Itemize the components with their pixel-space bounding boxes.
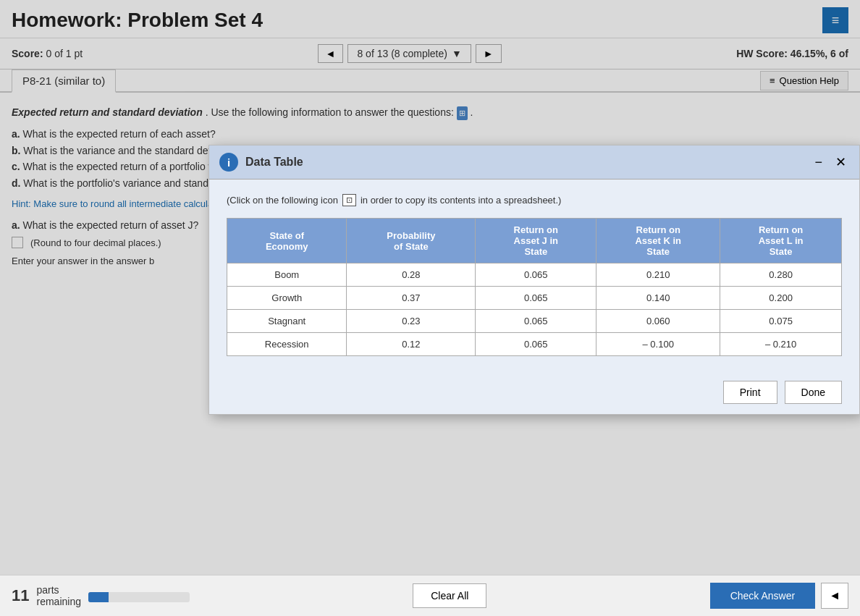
info-icon: i xyxy=(219,153,238,172)
modal-header-left: i Data Table xyxy=(219,153,303,172)
modal-close-button[interactable]: ✕ xyxy=(832,154,849,170)
col-header-state: State ofEconomy xyxy=(227,219,347,263)
col-header-j: Return onAsset J inState xyxy=(476,219,596,263)
copy-icon[interactable]: ⊡ xyxy=(342,194,356,206)
modal-minimize-button[interactable]: − xyxy=(811,155,825,170)
modal-overlay: i Data Table − ✕ (Click on the following… xyxy=(0,0,860,266)
modal-copy-note: (Click on the following icon ⊡ in order … xyxy=(227,194,842,206)
modal-header-controls: − ✕ xyxy=(811,154,849,170)
modal-body: (Click on the following icon ⊡ in order … xyxy=(209,180,859,266)
col-header-l: Return onAsset L inState xyxy=(720,219,842,263)
col-header-k: Return onAsset K inState xyxy=(596,219,720,263)
data-table: State ofEconomy Probabilityof State Retu… xyxy=(227,218,842,266)
table-row: Boom0.280.0650.2100.280 xyxy=(227,263,842,267)
modal-header: i Data Table − ✕ xyxy=(209,145,859,180)
col-header-prob: Probabilityof State xyxy=(347,219,476,263)
modal-title: Data Table xyxy=(245,156,303,169)
data-table-modal: i Data Table − ✕ (Click on the following… xyxy=(208,145,860,266)
